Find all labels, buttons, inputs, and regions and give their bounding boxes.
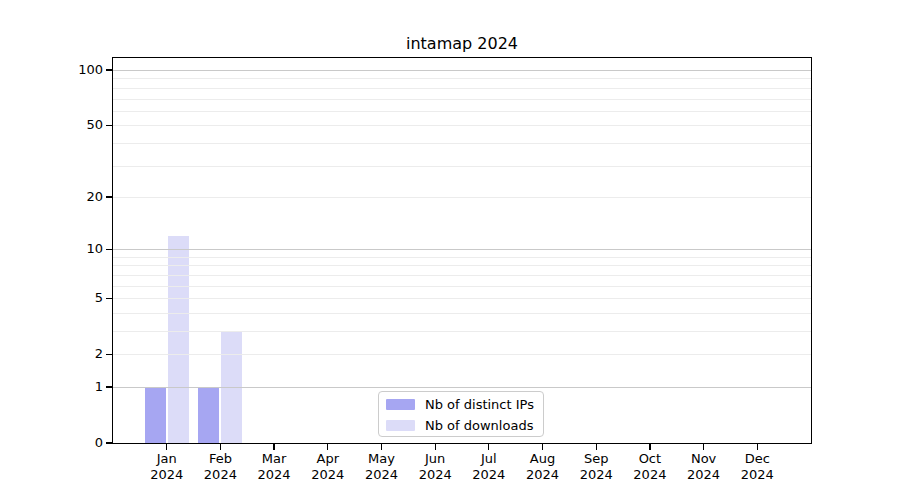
chart-figure: intamap 2024 0125102050100 Jan2024Feb202… xyxy=(0,0,900,500)
y-tick-label: 5 xyxy=(0,290,103,306)
y-tick-mark xyxy=(106,442,112,443)
minor-gridline xyxy=(113,354,811,355)
minor-gridline xyxy=(113,111,811,112)
minor-gridline xyxy=(113,257,811,258)
y-tick-mark xyxy=(106,249,112,250)
x-tick-mark xyxy=(542,444,543,450)
bar-distinct-ips-jan xyxy=(145,387,166,443)
minor-gridline xyxy=(113,331,811,332)
minor-gridline xyxy=(113,99,811,100)
x-tick-mark xyxy=(649,444,650,450)
x-tick-mark xyxy=(757,444,758,450)
major-gridline xyxy=(113,70,811,71)
x-tick-label: Dec2024 xyxy=(725,451,789,483)
y-tick-mark xyxy=(106,69,112,70)
minor-gridline xyxy=(113,313,811,314)
y-tick-label: 2 xyxy=(0,346,103,362)
major-gridline xyxy=(113,387,811,388)
x-tick-mark xyxy=(703,444,704,450)
x-tick-mark xyxy=(488,444,489,450)
x-tick-mark xyxy=(327,444,328,450)
x-tick-mark xyxy=(381,444,382,450)
x-tick-label-month: Dec xyxy=(725,451,789,467)
y-tick-mark xyxy=(106,386,112,387)
bar-downloads-jan xyxy=(168,236,189,443)
y-tick-mark xyxy=(106,298,112,299)
minor-gridline xyxy=(113,166,811,167)
legend-label: Nb of distinct IPs xyxy=(425,397,534,413)
y-tick-mark xyxy=(106,354,112,355)
minor-gridline xyxy=(113,143,811,144)
legend-swatch xyxy=(386,399,415,410)
minor-gridline xyxy=(113,298,811,299)
minor-gridline xyxy=(113,286,811,287)
minor-gridline xyxy=(113,125,811,126)
x-tick-mark xyxy=(273,444,274,450)
x-tick-label-year: 2024 xyxy=(725,467,789,483)
x-tick-mark xyxy=(435,444,436,450)
legend-item-downloads: Nb of downloads xyxy=(379,415,543,436)
legend-label: Nb of downloads xyxy=(425,418,533,434)
chart-title: intamap 2024 xyxy=(113,34,811,53)
minor-gridline xyxy=(113,197,811,198)
minor-gridline xyxy=(113,88,811,89)
minor-gridline xyxy=(113,78,811,79)
minor-gridline xyxy=(113,275,811,276)
y-tick-label: 100 xyxy=(0,62,103,78)
y-tick-mark xyxy=(106,196,112,197)
plot-area xyxy=(113,58,811,443)
y-tick-label: 0 xyxy=(0,435,103,451)
y-tick-label: 20 xyxy=(0,189,103,205)
legend-item-distinct-ips: Nb of distinct IPs xyxy=(379,394,543,415)
legend-swatch xyxy=(386,420,415,431)
minor-gridline xyxy=(113,265,811,266)
legend: Nb of distinct IPsNb of downloads xyxy=(378,391,544,437)
bar-distinct-ips-feb xyxy=(198,387,219,443)
y-tick-label: 1 xyxy=(0,379,103,395)
y-tick-mark xyxy=(106,125,112,126)
y-tick-label: 10 xyxy=(0,241,103,257)
x-tick-mark xyxy=(220,444,221,450)
x-tick-mark xyxy=(596,444,597,450)
major-gridline xyxy=(113,249,811,250)
y-tick-label: 50 xyxy=(0,117,103,133)
x-tick-mark xyxy=(166,444,167,450)
